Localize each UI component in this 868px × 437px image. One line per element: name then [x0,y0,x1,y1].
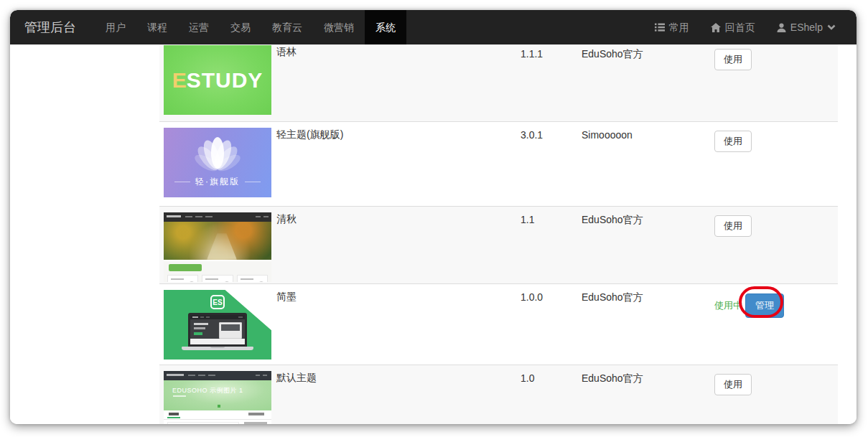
mini-site-navbar [164,371,271,380]
quick-menu-button[interactable]: 常用 [644,10,700,44]
table-row: 轻·旗舰版 轻主题(旗舰版) 3.0.1 Simooooon 使用 [159,121,838,206]
sidebar-area [10,44,159,424]
themes-table: ESTUDY 语林 1.1.1 EduSoho官方 使用 [159,44,838,424]
use-button[interactable]: 使用 [714,374,752,395]
nav-item-micromarketing[interactable]: 微营销 [313,10,365,44]
theme-thumbnail-qingqiu [164,212,271,282]
theme-thumbnail-qing: 轻·旗舰版 [164,128,271,197]
nav-item-users[interactable]: 用户 [95,10,136,44]
navbar-right: 常用 回首页 EShelp [644,10,857,44]
use-button[interactable]: 使用 [714,49,752,70]
caret-down-icon [827,24,836,30]
manage-button[interactable]: 管理 [745,293,784,318]
home-icon [711,23,721,32]
mini-site-navbar [164,212,271,222]
nav-item-trade[interactable]: 交易 [220,10,261,44]
theme-thumbnail-estudy: ESTUDY [164,45,271,115]
use-button[interactable]: 使用 [714,215,752,237]
thumb-text: STUDY [187,68,263,93]
theme-name: 简墨 [276,284,521,365]
green-banner: EDUSOHO 示例图片 1 [164,380,271,410]
theme-version: 1.1 [521,207,582,283]
main-content: ESTUDY 语林 1.1.1 EduSoho官方 使用 [10,44,857,424]
laptop-mockup [182,313,253,350]
use-button[interactable]: 使用 [714,131,752,152]
thumb-text: E [172,68,187,93]
table-row: 清秋 1.1 EduSoho官方 使用 [159,206,838,283]
user-menu-label: EShelp [790,10,823,44]
theme-version: 1.0 [521,365,582,424]
theme-version: 1.1.1 [521,44,582,121]
nav-item-courses[interactable]: 课程 [136,10,178,44]
table-row: EDUSOHO 示例图片 1 默认主题 1.0 EduSoho官方 [159,365,838,424]
es-logo: ES [210,295,225,309]
theme-name: 语林 [276,44,521,121]
list-icon [655,23,665,32]
back-home-button[interactable]: 回首页 [700,10,766,44]
back-home-label: 回首页 [725,10,755,44]
banner-text: EDUSOHO 示例图片 1 [172,386,243,395]
theme-author: EduSoho官方 [582,44,714,121]
brand-title[interactable]: 管理后台 [10,10,95,44]
nav-item-educloud[interactable]: 教育云 [261,10,313,44]
theme-name: 默认主题 [276,365,521,424]
table-row: ESTUDY 语林 1.1.1 EduSoho官方 使用 [159,44,838,121]
mini-site-body [164,260,271,282]
theme-thumbnail-jianmo: ES [164,290,271,360]
theme-author: EduSoho官方 [582,284,714,365]
in-use-status: 使用中 [714,299,742,312]
theme-thumbnail-default: EDUSOHO 示例图片 1 [164,371,271,424]
top-navbar: 管理后台 用户 课程 运营 交易 教育云 微营销 系统 常用 回首页 [10,10,857,44]
theme-author: Simooooon [582,122,714,206]
quick-menu-label: 常用 [669,10,689,44]
thumb-text: 轻·旗舰版 [195,177,240,187]
thumb-label-wrap: 轻·旗舰版 [164,176,271,188]
theme-version: 3.0.1 [521,122,582,206]
autumn-photo [164,222,271,260]
table-row: ES 简墨 1.0.0 EduSo [159,283,838,365]
theme-version: 1.0.0 [521,284,582,365]
lotus-graphic [185,136,250,175]
user-menu-button[interactable]: EShelp [766,10,846,44]
admin-window: 管理后台 用户 课程 运营 交易 教育云 微营销 系统 常用 回首页 [10,10,857,424]
user-icon [777,23,786,32]
mini-site-body [164,410,271,424]
theme-name: 轻主题(旗舰版) [276,122,521,206]
theme-name: 清秋 [276,207,521,283]
theme-author: EduSoho官方 [582,207,714,283]
theme-author: EduSoho官方 [582,365,714,424]
nav-item-system[interactable]: 系统 [365,10,406,44]
nav-item-operations[interactable]: 运营 [178,10,220,44]
